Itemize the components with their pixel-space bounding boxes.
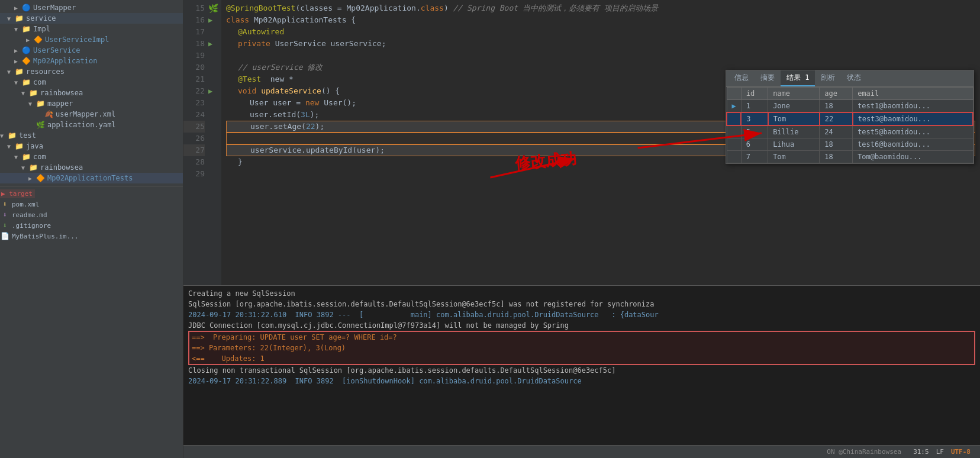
sidebar-item-Impl[interactable]: ▼ 📁 Impl: [0, 24, 183, 34]
folder-icon-rainbowsea2: 📁: [28, 163, 38, 172]
target-badge: ▶ target: [0, 189, 35, 198]
gutter-17: [208, 26, 220, 38]
sidebar-item-mybatisPlus[interactable]: 📄 MyBatisPlus.im...: [0, 231, 183, 241]
tree-arrow-rainbowsea: ▼: [21, 90, 28, 96]
tree-arrow-rainbowsea2: ▼: [21, 165, 28, 171]
db-table-row[interactable]: 7 Tom 18 Tom@baomidou...: [727, 151, 973, 163]
tree-arrow-service: ▼: [7, 15, 14, 22]
db-tab-summary[interactable]: 摘要: [755, 70, 781, 86]
encoding: UTF-8: [951, 448, 971, 456]
sidebar-item-target[interactable]: ▶ target: [0, 189, 183, 199]
code-line-15: @SpringBootTest(classes = Mp02Applicatio…: [226, 2, 975, 14]
db-table-row[interactable]: 5 Billie 24 test5@baomidou...: [727, 125, 973, 138]
gutter-23: [208, 97, 220, 109]
line-num-29: 29: [183, 168, 205, 180]
console-line: SqlSession [org.apache.ibatis.session.de…: [188, 299, 975, 309]
sidebar-label-mp02app: Mp02Application: [33, 57, 97, 65]
db-tab-result1[interactable]: 结果 1: [781, 70, 815, 86]
class-icon-userserviceimpl: 🔶: [33, 35, 43, 44]
sidebar-label-gitIgnore: .gitignore: [12, 222, 51, 230]
sidebar-item-Mp02ApplicationTests[interactable]: ▶ 🔶 Mp02ApplicationTests: [0, 173, 183, 183]
db-table-row[interactable]: 3 Tom 22 test3@baomidou...: [727, 112, 973, 125]
line-num-20: 20: [183, 62, 205, 73]
run-icon-22[interactable]: ▶: [208, 87, 212, 95]
gutter-22: ▶: [208, 85, 220, 97]
sidebar-item-mapper[interactable]: ▼ 📁 mapper: [0, 98, 183, 109]
db-table-row[interactable]: 6 Lihua 18 test6@baomidou...: [727, 138, 973, 151]
position-indicator: 31:5: [913, 448, 929, 456]
sidebar-item-java2[interactable]: ▼ 📁 java: [0, 141, 183, 151]
sidebar-item-gitIgnore[interactable]: ⬇ .gitignore: [0, 220, 183, 231]
sidebar-item-com2[interactable]: ▼ 📁 com: [0, 151, 183, 162]
sidebar-item-userMapperXml[interactable]: 🍂 userMapper.xml: [0, 109, 183, 120]
sidebar-item-Mp02Application[interactable]: ▶ 🔶 Mp02Application: [0, 56, 183, 66]
folder-icon-com2: 📁: [21, 152, 31, 162]
folder-icon-resources: 📁: [14, 67, 24, 76]
db-col-indicator: [727, 88, 741, 100]
folder-icon-impl: 📁: [21, 24, 31, 34]
db-table-header: id name age email: [727, 88, 973, 100]
xml-icon-pom: ⬇: [0, 199, 9, 209]
main-editor: 15 16 17 18 19 20 21 22 23 24 25 26 27 2…: [183, 0, 980, 458]
run-icon-18[interactable]: ▶: [208, 40, 212, 48]
sidebar-item-com[interactable]: ▼ 📁 com: [0, 77, 183, 88]
sidebar-label-com: com: [33, 78, 46, 86]
sidebar-label-userMapperXml: userMapper.xml: [56, 110, 115, 118]
gutter-15: 🌿: [208, 2, 220, 14]
db-cell-email: test5@baomidou...: [853, 125, 973, 138]
console-panel[interactable]: Creating a new SqlSessionSqlSession [org…: [183, 285, 980, 445]
db-cell-indicator: [727, 112, 741, 125]
sidebar-label-rainbowsea2: rainbowsea: [40, 163, 83, 172]
sidebar-item-pomXml[interactable]: ⬇ pom.xml: [0, 199, 183, 209]
sidebar-label-pomXml: pom.xml: [12, 201, 39, 208]
sidebar-item-service[interactable]: ▼ 📁 service: [0, 13, 183, 24]
sidebar-item-UserServiceImpl[interactable]: ▶ 🔶 UserServiceImpl: [0, 34, 183, 45]
md-icon: ⬇: [0, 210, 9, 220]
sidebar-item-rainbowsea2[interactable]: ▼ 📁 rainbowsea: [0, 162, 183, 173]
sidebar: ▶ 🔵 UserMapper ▼ 📁 service ▼ 📁 Impl ▶ 🔶 …: [0, 0, 183, 458]
line-num-16: 16: [183, 14, 205, 26]
db-cell-indicator: [727, 138, 741, 151]
line-num-28: 28: [183, 156, 205, 168]
sidebar-item-resources[interactable]: ▼ 📁 resources: [0, 66, 183, 77]
watermark: ON @ChinaRainbowsea: [827, 448, 901, 456]
console-line: ==> Parameters: 22(Integer), 3(Long): [188, 343, 975, 353]
tree-arrow-com: ▼: [14, 79, 21, 86]
sidebar-item-rainbowsea[interactable]: ▼ 📁 rainbowsea: [0, 88, 183, 98]
gutter-29: [208, 168, 220, 180]
sidebar-item-test[interactable]: ▼ 📁 test: [0, 130, 183, 141]
sidebar-item-appYaml[interactable]: 🌿 application.yaml: [0, 120, 183, 130]
db-cell-id: 3: [741, 112, 768, 125]
gutter-icons: 🌿 ▶ ▶ ▶: [207, 0, 221, 285]
gutter-27: [208, 144, 220, 156]
tree-arrow-java2: ▼: [7, 143, 14, 150]
db-tab-status[interactable]: 状态: [841, 70, 867, 86]
gutter-26: [208, 133, 220, 144]
line-ending: LF: [936, 448, 944, 456]
console-line: <== Updates: 1: [188, 353, 975, 365]
status-bar: ON @ChinaRainbowsea 31:5 LF UTF-8: [183, 445, 980, 458]
sidebar-label-com2: com: [33, 153, 46, 161]
interface-icon: 🔵: [21, 3, 31, 12]
gutter-20: [208, 62, 220, 73]
db-cell-id: 5: [741, 125, 768, 138]
db-cell-email: Tom@baomidou...: [853, 151, 973, 163]
run-icon-16[interactable]: ▶: [208, 16, 212, 24]
class-icon-mp02tests: 🔶: [36, 173, 45, 183]
db-table-row[interactable]: ▶ 1 Jone 18 test1@baomidou...: [727, 100, 973, 113]
sidebar-item-userMapper[interactable]: ▶ 🔵 UserMapper: [0, 2, 183, 13]
yaml-icon: 🌿: [36, 120, 45, 130]
tree-arrow-userservice: ▶: [14, 47, 21, 54]
interface-icon-userservice: 🔵: [21, 46, 31, 55]
code-area[interactable]: 15 16 17 18 19 20 21 22 23 24 25 26 27 2…: [183, 0, 980, 285]
db-cell-age: 24: [820, 125, 853, 138]
db-cell-id: 6: [741, 138, 768, 151]
db-tab-analysis[interactable]: 剖析: [815, 70, 841, 86]
annotation-springboottest: @SpringBootTest: [226, 2, 295, 14]
sidebar-item-readmeMd[interactable]: ⬇ readme.md: [0, 209, 183, 220]
gutter-21: [208, 73, 220, 85]
line-num-27: 27: [183, 144, 205, 156]
sidebar-item-UserService[interactable]: ▶ 🔵 UserService: [0, 45, 183, 56]
db-col-email: email: [853, 88, 973, 100]
db-tab-info[interactable]: 信息: [728, 70, 755, 86]
